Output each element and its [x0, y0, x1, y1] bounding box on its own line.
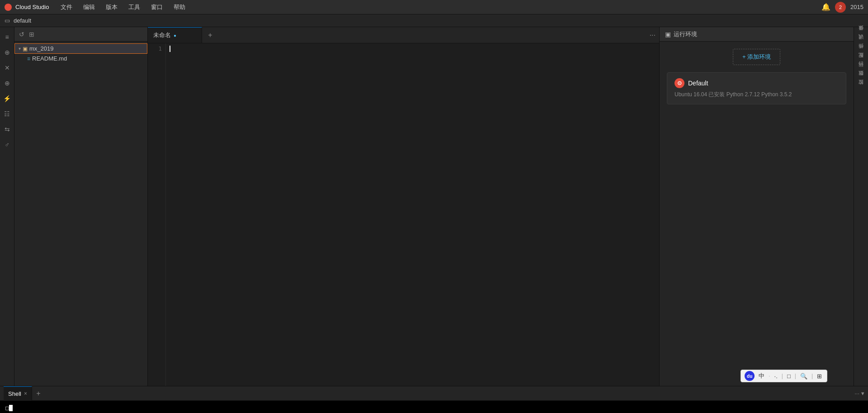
sidebar-header: ↺ ⊞	[14, 27, 147, 42]
line-numbers: 1	[148, 43, 166, 386]
menu-file[interactable]: 文件	[57, 2, 76, 12]
right-sidebar-item-2[interactable]: 插件	[856, 49, 866, 56]
menu-help[interactable]: 帮助	[170, 2, 189, 12]
tab-label: 未命名	[153, 31, 171, 39]
bottom-tab-add-button[interactable]: +	[32, 387, 45, 400]
user-name[interactable]: 2015	[850, 4, 863, 10]
code-editor[interactable]	[166, 43, 659, 386]
right-sidebar-item-6[interactable]: 监控	[856, 85, 866, 92]
workspace-name: default	[14, 17, 31, 24]
terminal-content[interactable]: □	[0, 401, 868, 413]
baidu-logo-icon: du	[745, 371, 755, 381]
activity-close-icon[interactable]: ✕	[1, 61, 14, 74]
tree-item-readme[interactable]: ≡ README.md	[14, 54, 147, 63]
bottom-panel-tabs: Shell × + ··· ▾	[0, 386, 868, 401]
menu-window[interactable]: 窗口	[147, 2, 166, 12]
baidu-ime-punct[interactable]: ·.	[773, 373, 779, 380]
activity-explorer-icon[interactable]: ≡	[1, 31, 14, 43]
bottom-tab-more-button[interactable]: ··· ▾	[854, 390, 864, 397]
terminal-prompt: □	[5, 404, 13, 411]
activity-grid-icon[interactable]: ☷	[1, 108, 14, 120]
baidu-ime-search-icon[interactable]: 🔍	[799, 373, 809, 380]
tab-modified-dot: ●	[174, 33, 176, 38]
right-panel-header: ▣ 运行环境	[660, 27, 854, 42]
right-sidebar-item-0[interactable]: 摄像	[856, 31, 866, 38]
editor-area: 未命名 ● + ··· 1	[148, 27, 659, 386]
right-sidebar: 摄像 调试 插件 配置 协同 数据 监控	[854, 27, 868, 386]
env-logo: ⊙	[675, 78, 684, 88]
tab-more-button[interactable]: ···	[646, 31, 659, 39]
menu-version[interactable]: 版本	[102, 2, 121, 12]
app-title: Cloud Studio	[15, 4, 49, 10]
panel-header-icon: ▣	[665, 31, 671, 38]
shell-tab-label: Shell	[8, 390, 21, 397]
right-sidebar-item-3[interactable]: 配置	[856, 58, 866, 65]
activity-add-icon[interactable]: ⊕	[1, 77, 14, 89]
folder-icon: ▣	[23, 46, 28, 52]
bottom-tab-shell[interactable]: Shell ×	[4, 386, 32, 401]
right-panel: ▣ 运行环境 + 添加环境 ⊙ Default Ubuntu 16.04 已安装…	[659, 27, 854, 386]
file-name: README.md	[32, 55, 67, 62]
activity-lightning-icon[interactable]: ⚡	[1, 92, 14, 105]
file-tree: ▾ ▣ mx_2019 ≡ README.md	[14, 42, 147, 386]
activity-settings-icon[interactable]: ⊕	[1, 46, 14, 59]
baidu-ime-grid-icon[interactable]: ⊞	[816, 373, 823, 380]
chevron-down-icon: ▾	[861, 390, 864, 397]
env-description: Ubuntu 16.04 已安装 Python 2.7.12 Python 3.…	[675, 91, 839, 99]
activity-bar: ≡ ⊕ ✕ ⊕ ⚡ ☷ ⇆ ♂	[0, 27, 14, 386]
right-sidebar-item-4[interactable]: 协同	[856, 67, 866, 74]
file-icon: ≡	[27, 56, 30, 62]
baidu-ime-chinese[interactable]: 中	[757, 372, 766, 380]
right-panel-content: + 添加环境 ⊙ Default Ubuntu 16.04 已安装 Python…	[660, 42, 854, 386]
sidebar-refresh-icon[interactable]: ↺	[18, 30, 25, 39]
tree-item-mx2019[interactable]: ▾ ▣ mx_2019	[14, 43, 147, 54]
titlebar: Cloud Studio 文件 编辑 版本 工具 窗口 帮助 🔔 2 2015	[0, 0, 868, 14]
notification-bell-icon[interactable]: 🔔	[821, 3, 830, 11]
editor-tabs: 未命名 ● + ···	[148, 27, 659, 43]
environment-card-default: ⊙ Default Ubuntu 16.04 已安装 Python 2.7.12…	[667, 72, 846, 104]
bottom-panel: Shell × + ··· ▾ □	[0, 386, 868, 413]
menu-tools[interactable]: 工具	[125, 2, 144, 12]
sidebar-new-folder-icon[interactable]: ⊞	[28, 30, 35, 39]
activity-swap-icon[interactable]: ⇆	[1, 123, 14, 136]
env-name: Default	[688, 80, 708, 87]
workspacebar: ▭ default	[0, 14, 868, 27]
panel-title: 运行环境	[674, 30, 697, 38]
baidu-ime-bar: du 中 · ·. | □ | 🔍 | ⊞	[741, 370, 827, 382]
app-icon	[5, 4, 12, 11]
shell-tab-close-icon[interactable]: ×	[24, 390, 27, 397]
folder-name: mx_2019	[29, 45, 53, 52]
workspace-folder-icon: ▭	[5, 17, 10, 24]
add-environment-button[interactable]: + 添加环境	[733, 49, 780, 65]
main-layout: ≡ ⊕ ✕ ⊕ ⚡ ☷ ⇆ ♂ ↺ ⊞ ▾ ▣ mx_2019 ≡ README…	[0, 27, 868, 386]
baidu-ime-fullwidth[interactable]: □	[786, 373, 792, 380]
tab-add-button[interactable]: +	[204, 29, 217, 42]
user-avatar[interactable]: 2	[835, 2, 846, 13]
activity-user-icon[interactable]: ♂	[1, 138, 14, 151]
menu-edit[interactable]: 编辑	[80, 2, 99, 12]
editor-tab-unnamed[interactable]: 未命名 ●	[148, 27, 202, 43]
sidebar: ↺ ⊞ ▾ ▣ mx_2019 ≡ README.md	[14, 27, 148, 386]
right-sidebar-item-1[interactable]: 调试	[856, 40, 866, 47]
chevron-down-icon: ▾	[19, 46, 21, 51]
right-sidebar-item-5[interactable]: 数据	[856, 76, 866, 83]
editor-content[interactable]: 1	[148, 43, 659, 386]
